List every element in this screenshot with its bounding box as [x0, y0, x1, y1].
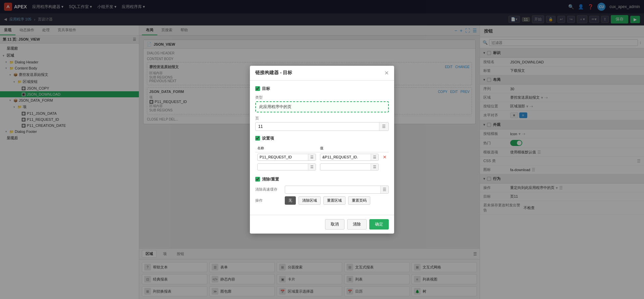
- delete-col-header: [381, 145, 389, 152]
- target-checkbox[interactable]: [255, 86, 260, 91]
- modal-footer: 取消 清除 确定: [250, 215, 394, 234]
- cache-label: 清除高速缓存: [255, 187, 282, 192]
- params-table: 名称 值 ☰: [255, 145, 389, 172]
- param-value-cell-2: ☰: [318, 162, 381, 172]
- type-value: 此应用程序中的页: [255, 101, 389, 112]
- param-value-cell-1: ☰: [318, 152, 381, 162]
- confirm-button[interactable]: 确定: [369, 219, 389, 230]
- cache-input: ☰: [285, 186, 389, 194]
- cancel-button[interactable]: 取消: [325, 219, 344, 230]
- param-value-input-2: ☰: [320, 163, 379, 170]
- value-col-header: 值: [318, 145, 381, 152]
- param-name-cell-2: ☰: [255, 162, 318, 172]
- param-delete-cell-2: [381, 162, 389, 172]
- param-name-field-1[interactable]: [258, 154, 308, 160]
- modal-type-field: 类型 此应用程序中的页: [255, 95, 389, 112]
- op-clear-region-btn[interactable]: 清除区域: [299, 196, 321, 205]
- modal-settings-section: 设置项 名称 值: [255, 136, 389, 172]
- op-label: 操作: [255, 198, 282, 203]
- type-label: 类型: [255, 95, 389, 100]
- param-value-field-1[interactable]: [320, 154, 371, 160]
- page-input-field[interactable]: [256, 122, 379, 131]
- modal-header: 链接构建器 - 目标 ✕: [250, 66, 394, 81]
- modal-close-button[interactable]: ✕: [384, 70, 389, 76]
- name-col-header: 名称: [255, 145, 318, 152]
- page-input-icon[interactable]: ☰: [379, 122, 388, 131]
- cache-input-field[interactable]: [285, 186, 380, 193]
- modal-body: 目标 类型 此应用程序中的页 页 ☰ 设置项: [250, 81, 394, 215]
- param-name-input-2: ☰: [257, 163, 316, 170]
- param-name-cell-1: ☰: [255, 152, 318, 162]
- param-row-2: ☰ ☰: [255, 162, 389, 172]
- modal-target-section: 目标 类型 此应用程序中的页 页 ☰: [255, 86, 389, 131]
- param-value-icon-2[interactable]: ☰: [371, 164, 378, 170]
- modal-page-field: 页 ☰: [255, 116, 389, 131]
- cache-input-icon[interactable]: ☰: [380, 186, 388, 193]
- modal-link-builder: 链接构建器 - 目标 ✕ 目标 类型 此应用程序中的页 页 ☰: [250, 66, 394, 234]
- page-input: ☰: [255, 122, 389, 131]
- modal-cache-section: 清除/重置 清除高速缓存 ☰ 操作 无 清除区域 重置区域 重置页码: [255, 177, 389, 205]
- modal-settings-header: 设置项: [255, 136, 389, 141]
- modal-cache-header: 清除/重置: [255, 177, 389, 182]
- param-value-field-2[interactable]: [320, 164, 371, 170]
- op-row: 操作 无 清除区域 重置区域 重置页码: [255, 196, 389, 205]
- param-name-field-2[interactable]: [258, 164, 308, 170]
- clear-button[interactable]: 清除: [347, 219, 367, 230]
- cache-checkbox[interactable]: [255, 177, 260, 182]
- modal-title: 链接构建器 - 目标: [255, 70, 292, 76]
- modal-overlay[interactable]: 链接构建器 - 目标 ✕ 目标 类型 此应用程序中的页 页 ☰: [0, 0, 644, 299]
- op-none-btn[interactable]: 无: [285, 196, 296, 205]
- modal-target-header: 目标: [255, 86, 389, 92]
- param-value-input-1: ☰: [320, 154, 379, 161]
- param-delete-cell-1: ✕: [381, 152, 389, 162]
- settings-checkbox[interactable]: [255, 136, 260, 141]
- param-value-icon-1[interactable]: ☰: [371, 154, 378, 160]
- param-name-icon-1[interactable]: ☰: [308, 154, 316, 160]
- op-reset-page-btn[interactable]: 重置页码: [348, 196, 370, 205]
- cache-input-row: 清除高速缓存 ☰: [255, 186, 389, 194]
- param-name-icon-2[interactable]: ☰: [308, 164, 316, 170]
- param-delete-btn-1[interactable]: ✕: [383, 154, 387, 160]
- page-label: 页: [255, 116, 389, 121]
- param-name-input-1: ☰: [257, 154, 316, 161]
- op-reset-region-btn[interactable]: 重置区域: [323, 196, 345, 205]
- param-row-1: ☰ ☰ ✕: [255, 152, 389, 162]
